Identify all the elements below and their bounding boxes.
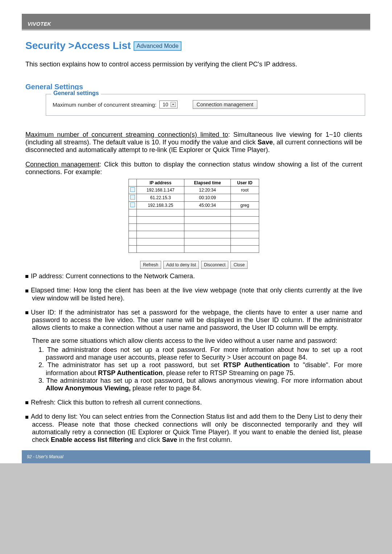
page-title-security: Security > [25,40,74,52]
list-item: 1. The administrator does not set up a r… [38,346,362,361]
connection-buttons: Refresh Add to deny list Disconnect Clos… [128,261,259,269]
list-item: 3. The administrator has set up a root p… [38,377,362,392]
max-streaming-select[interactable]: 10 [159,100,177,108]
cell-ip: 192.168.3.25 [137,202,184,209]
add-to-deny-list-button[interactable]: Add to deny list [163,261,199,269]
header-band: VIVOTEK [22,14,370,30]
para-conn: Connection management: Click this button… [25,161,362,176]
cell-ip: 61.22.15.3 [137,194,184,202]
connection-management-button[interactable]: Connection management [193,100,257,109]
cell-elapsed: 00:10:09 [184,194,230,202]
cell-elapsed: 12:20:34 [184,186,230,194]
bullet-ip: IP address: Current connections to the N… [25,272,362,280]
bullet-icon [25,311,28,314]
connection-table: IP address Elapsed time User ID 192.168.… [128,179,259,253]
situations-lead: There are some situations which allow cl… [25,337,362,345]
para-max-lead: Maximum number of concurrent streaming c… [25,131,228,138]
table-row [129,209,259,217]
cell-ip: 192.168.1.147 [137,186,184,194]
table-row: 61.22.15.3 00:10:09 [129,194,259,202]
th-userid: User ID [230,179,259,186]
bullet-add-deny: Add to deny list: You can select entries… [25,413,362,444]
checkbox-header [129,179,137,186]
cell-elapsed: 45:00:34 [184,202,230,209]
list-item: 2. The administrator has set up a root p… [38,361,362,377]
row-checkbox[interactable] [130,202,135,207]
advanced-mode-badge: Advanced Mode [134,41,181,51]
footer-band: 92 - User's Manual [22,450,370,463]
situations-list: 1. The administrator does not set up a r… [25,346,362,392]
table-row [129,224,259,231]
th-ip: IP address [137,179,184,186]
para-conn-lead: Connection management [25,161,99,168]
disconnect-button[interactable]: Disconnect [201,261,228,269]
brand: VIVOTEK [28,21,51,27]
page-title-row: Security > Access List Advanced Mode [25,40,362,52]
content: Security > Access List Advanced Mode Thi… [22,30,366,444]
row-checkbox[interactable] [130,195,135,200]
cell-user: root [230,186,259,194]
bullet-elapsed: Elapsed time: How long the client has be… [25,287,362,302]
footer-text: 92 - User's Manual [27,454,63,459]
cell-user: greg [230,202,259,209]
row-checkbox[interactable] [130,187,135,192]
th-elapsed: Elapsed time [184,179,230,186]
table-header-row: IP address Elapsed time User ID [129,179,259,186]
bullet-icon [25,401,28,404]
bullet-icon [25,290,28,292]
bullet-userid: User ID: If the administrator has set a … [25,309,362,332]
page-title-accesslist: Access List [74,40,131,52]
table-row [129,246,259,253]
table-row [129,238,259,246]
para-max-save: Save [258,139,273,146]
chevron-down-icon [171,102,176,107]
table-row [129,231,259,238]
intro-text: This section explains how to control acc… [25,61,362,68]
table-row: 192.168.3.25 45:00:34 greg [129,202,259,209]
bullet-icon [25,416,28,419]
table-row: 192.168.1.147 12:20:34 root [129,186,259,194]
max-streaming-value: 10 [163,102,168,107]
table-row [129,217,259,224]
bullet-icon [25,275,28,278]
general-settings-fieldset: General settings Maximum number of concu… [46,94,365,116]
para-max: Maximum number of concurrent streaming c… [25,131,362,154]
cell-user [230,194,259,202]
bullet-refresh: Refresh: Click this button to refresh al… [25,399,362,406]
general-settings-legend: General settings [51,90,101,97]
max-streaming-label: Maximum number of concurrent streaming: [53,102,156,108]
connection-table-wrap: IP address Elapsed time User ID 192.168.… [25,179,362,269]
refresh-button[interactable]: Refresh [140,261,161,269]
close-button[interactable]: Close [230,261,248,269]
